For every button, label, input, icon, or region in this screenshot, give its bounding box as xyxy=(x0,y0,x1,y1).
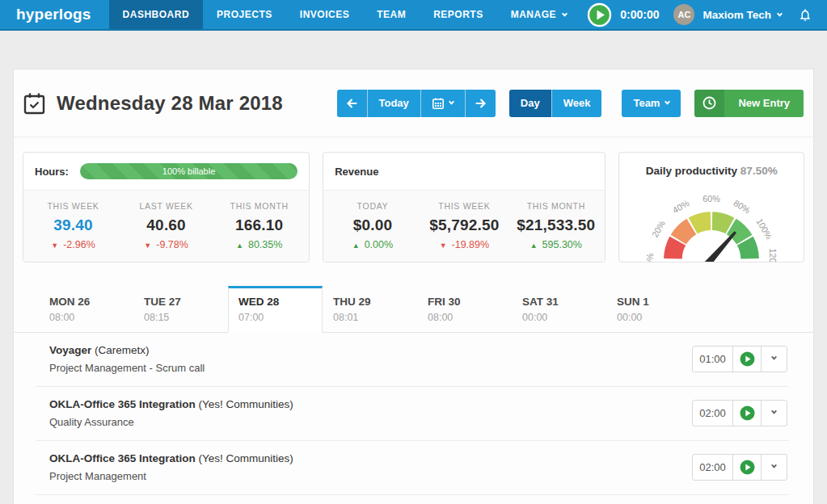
entry-play-button[interactable] xyxy=(732,346,762,372)
today-button[interactable]: Today xyxy=(367,90,420,117)
revenue-stat-this-month: THIS MONTH $21,533.50 ▲595.30% xyxy=(510,201,601,262)
entry-play-button[interactable] xyxy=(732,400,762,426)
entry-client: (Caremetx) xyxy=(95,344,150,356)
entry-client: (Yes! Communities) xyxy=(199,398,293,410)
revenue-card: Revenue TODAY $0.00 ▲0.00% THIS WEEK $5,… xyxy=(323,152,605,262)
entry-options-button[interactable] xyxy=(761,400,787,426)
hours-card: Hours: 100% billable THIS WEEK 39.40 ▼-2… xyxy=(23,152,310,262)
tab-sat-31[interactable]: SAT 31 00:00 xyxy=(512,286,606,332)
page-header: Wednesday 28 Mar 2018 Today xyxy=(14,69,813,137)
chevron-down-icon xyxy=(562,10,568,16)
chevron-down-icon xyxy=(771,354,777,359)
svg-text:100%: 100% xyxy=(755,216,774,241)
calendar-picker-button[interactable] xyxy=(420,90,465,117)
time-input[interactable]: 02:00 xyxy=(692,400,733,426)
svg-text:120%: 120% xyxy=(768,248,778,262)
tab-fri-30[interactable]: FRI 30 08:00 xyxy=(417,286,512,332)
revenue-card-title: Revenue xyxy=(335,166,378,178)
brand-logo[interactable]: hyperlogs xyxy=(0,0,109,29)
chevron-down-icon xyxy=(777,10,783,16)
timer-display: 0:00:00 xyxy=(620,8,659,21)
revenue-stat-this-week: THIS WEEK $5,792.50 ▼-19.89% xyxy=(419,201,510,262)
time-input[interactable]: 01:00 xyxy=(692,346,733,372)
avatar[interactable]: AC xyxy=(673,4,694,25)
triangle-down-icon: ▼ xyxy=(440,242,447,250)
triangle-up-icon: ▲ xyxy=(352,242,360,250)
entry-task: Project Management xyxy=(49,470,293,482)
bell-icon xyxy=(798,7,812,23)
tab-tue-27[interactable]: TUE 27 08:15 xyxy=(133,286,228,332)
productivity-value: 87.50% xyxy=(741,165,778,177)
nav-item-invoices[interactable]: INVOICES xyxy=(286,0,363,29)
prev-day-button[interactable] xyxy=(337,90,367,117)
arrow-left-icon xyxy=(346,98,358,109)
timer-play-button[interactable] xyxy=(587,2,612,27)
nav-item-dashboard[interactable]: DASHBOARD xyxy=(109,0,204,29)
productivity-card: Daily productivity 87.50% 0%20%40%60%80%… xyxy=(618,152,804,262)
entry-row-3: OKLA-Office 365 Integration (Yes! Commun… xyxy=(36,441,789,495)
chevron-down-icon xyxy=(665,99,670,105)
time-input[interactable]: 02:00 xyxy=(692,454,733,481)
account-name: Maxiom Tech xyxy=(703,9,771,21)
tab-wed-28[interactable]: WED 28 07:00 xyxy=(228,286,323,333)
entry-project: OKLA-Office 365 Integration xyxy=(49,452,196,464)
revenue-stat-today: TODAY $0.00 ▲0.00% xyxy=(327,201,418,262)
day-view-button[interactable]: Day xyxy=(509,90,551,117)
svg-text:0%: 0% xyxy=(646,253,656,262)
entry-row-1: Voyager (Caremetx) Project Management - … xyxy=(36,333,789,387)
entry-task: Project Management - Scrum call xyxy=(49,362,205,374)
team-dropdown-button[interactable]: Team xyxy=(622,90,681,117)
entry-options-button[interactable] xyxy=(761,346,787,372)
day-tabs: MON 26 08:00 TUE 27 08:15 WED 28 07:00 T… xyxy=(14,286,813,333)
play-icon xyxy=(587,2,612,27)
account-menu[interactable]: Maxiom Tech xyxy=(703,9,782,21)
entry-client: (Yes! Communities) xyxy=(199,452,293,464)
nav-item-projects[interactable]: PROJECTS xyxy=(203,0,286,29)
entry-project: OKLA-Office 365 Integration xyxy=(49,398,196,410)
top-navbar: hyperlogs DASHBOARD PROJECTS INVOICES TE… xyxy=(0,0,827,31)
play-icon xyxy=(740,351,755,367)
main-panel: Wednesday 28 Mar 2018 Today xyxy=(13,69,814,504)
view-toggle-group: Day Week xyxy=(509,90,602,117)
calendar-icon xyxy=(432,98,444,109)
play-icon xyxy=(740,405,755,421)
tab-sun-1[interactable]: SUN 1 00:00 xyxy=(606,286,701,332)
billable-progress-bar: 100% billable xyxy=(80,163,297,179)
chevron-down-icon xyxy=(771,462,777,468)
stats-row: Hours: 100% billable THIS WEEK 39.40 ▼-2… xyxy=(14,137,813,262)
entry-play-button[interactable] xyxy=(732,454,762,481)
svg-text:60%: 60% xyxy=(703,194,720,204)
next-day-button[interactable] xyxy=(465,90,496,117)
date-nav-group: Today xyxy=(337,90,496,117)
week-view-button[interactable]: Week xyxy=(551,90,602,117)
nav-item-team[interactable]: TEAM xyxy=(363,0,420,29)
tab-thu-29[interactable]: THU 29 08:01 xyxy=(323,286,417,332)
triangle-down-icon: ▼ xyxy=(51,242,58,250)
navbar-right: 0:00:00 AC Maxiom Tech xyxy=(587,0,827,29)
entry-project: Voyager xyxy=(49,344,91,356)
header-actions: Today xyxy=(337,90,804,117)
new-entry-label: New Entry xyxy=(724,90,804,117)
productivity-gauge: 0%20%40%60%80%100%120% xyxy=(624,178,799,262)
arrow-right-icon xyxy=(475,98,487,109)
tab-mon-26[interactable]: MON 26 08:00 xyxy=(39,286,133,332)
clock-icon xyxy=(703,96,716,110)
date-block: Wednesday 28 Mar 2018 xyxy=(23,92,283,115)
nav-item-reports[interactable]: REPORTS xyxy=(420,0,497,29)
entry-options-button[interactable] xyxy=(761,454,787,481)
productivity-title: Daily productivity xyxy=(646,165,737,177)
chevron-down-icon xyxy=(449,99,454,105)
hours-stat-this-month: THIS MONTH 166.10 ▲80.35% xyxy=(213,201,306,262)
svg-text:20%: 20% xyxy=(650,219,667,239)
entry-task: Quality Assurance xyxy=(49,416,293,428)
chevron-down-icon xyxy=(771,408,777,414)
svg-text:80%: 80% xyxy=(732,198,753,215)
notifications-bell-button[interactable] xyxy=(798,7,812,23)
new-entry-button[interactable]: New Entry xyxy=(694,90,804,117)
nav-item-manage[interactable]: MANAGE xyxy=(497,0,580,29)
hours-stat-this-week: THIS WEEK 39.40 ▼-2.96% xyxy=(27,201,120,262)
triangle-up-icon: ▲ xyxy=(236,242,243,250)
entry-row-2: OKLA-Office 365 Integration (Yes! Commun… xyxy=(36,387,789,441)
svg-text:40%: 40% xyxy=(671,198,691,215)
page-title: Wednesday 28 Mar 2018 xyxy=(57,92,283,115)
